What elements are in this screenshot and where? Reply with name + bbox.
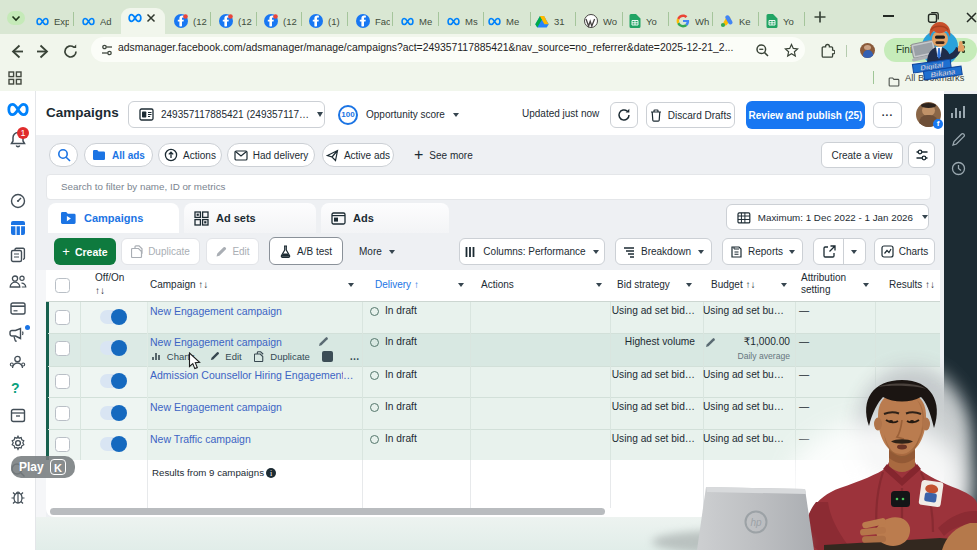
svg-text:hp: hp: [750, 517, 762, 528]
